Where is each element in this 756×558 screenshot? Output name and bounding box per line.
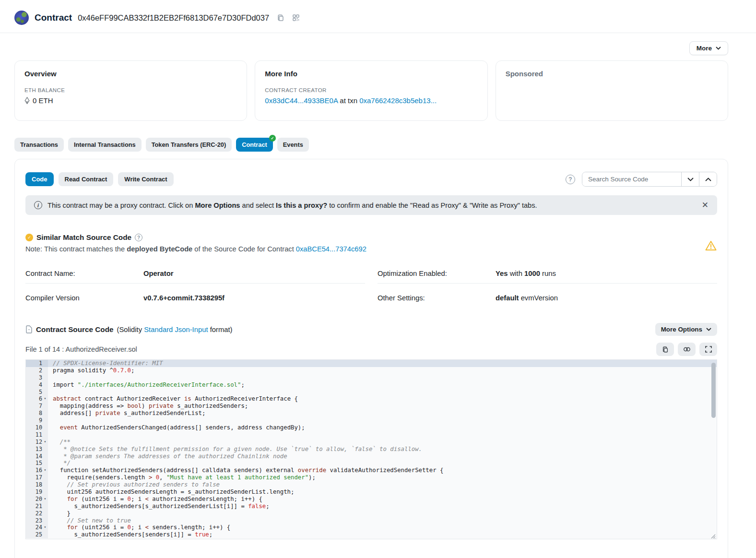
line-number: 8 xyxy=(26,410,42,417)
metadata-row: Optimization Enabled: Yes with 1000 runs xyxy=(378,264,717,284)
eth-balance-value: 0 ETH xyxy=(33,96,53,105)
qr-grid-icon[interactable] xyxy=(292,14,300,22)
more-button[interactable]: More xyxy=(689,41,728,55)
chevron-up-icon xyxy=(705,178,711,181)
line-number: 7 xyxy=(26,403,42,410)
contract-metadata: Contract Name: Operator Compiler Version… xyxy=(25,264,717,308)
line-number: 17 xyxy=(26,474,42,481)
line-number: 20 xyxy=(26,496,42,503)
code-line: 14 * @param senders The addresses of the… xyxy=(26,453,717,460)
code-line: 13 * @notice Sets the fulfillment permis… xyxy=(26,446,717,453)
similar-match-note: Note: This contract matches the deployed… xyxy=(25,245,717,253)
code-line: 6▾abstract contract AuthorizedReceiver i… xyxy=(26,395,717,403)
similar-match-section: ✓ Similar Match Source Code ? Note: This… xyxy=(25,233,717,253)
main-tabs: Transactions Internal Transactions Token… xyxy=(14,138,728,152)
fold-arrow-icon[interactable]: ▾ xyxy=(42,395,48,403)
link[interactable]: 0xa7662428c3b5eb13... xyxy=(359,96,437,105)
code-line: 8 address[] private s_authorizedSenderLi… xyxy=(26,410,717,417)
line-number: 24 xyxy=(26,524,42,531)
code-lines: 1// SPDX-License-Identifier: MIT2pragma … xyxy=(26,360,717,538)
code-line: 18 // Set previous authorized senders to… xyxy=(26,481,717,488)
chevron-down-icon xyxy=(687,178,694,181)
line-number: 10 xyxy=(26,424,42,431)
line-number: 9 xyxy=(26,417,42,424)
file-info-row: File 1 of 14 : AuthorizedReceiver.sol xyxy=(25,343,717,356)
line-number: 1 xyxy=(26,360,42,367)
other-settings-value: default evmVersion xyxy=(496,294,558,302)
code-line: 1// SPDX-License-Identifier: MIT xyxy=(26,360,717,367)
search-source-input[interactable] xyxy=(582,172,681,186)
line-number: 14 xyxy=(26,453,42,460)
metadata-row: Contract Name: Operator xyxy=(25,264,365,284)
code-line: 2pragma solidity ^0.7.0; xyxy=(26,367,717,374)
contract-creator-label: CONTRACT CREATOR xyxy=(265,87,477,93)
resize-handle[interactable] xyxy=(709,532,716,538)
metadata-row: Other Settings: default evmVersion xyxy=(378,289,717,308)
overview-title: Overview xyxy=(24,70,237,78)
source-code-title: Contract Source Code xyxy=(36,325,114,334)
code-line: 22 } xyxy=(26,510,717,517)
similar-match-title: Similar Match Source Code xyxy=(36,233,131,242)
line-number: 16 xyxy=(26,467,42,474)
help-icon[interactable]: ? xyxy=(566,175,575,184)
info-icon: i xyxy=(34,201,42,209)
sponsored-card: Sponsored xyxy=(496,60,728,121)
copy-address-icon[interactable] xyxy=(277,14,284,22)
warning-triangle-icon[interactable] xyxy=(705,240,717,253)
code-line: 15 */ xyxy=(26,460,717,467)
tab-token-transfers[interactable]: Token Transfers (ERC-20) xyxy=(146,138,232,152)
code-line: 12▾ /** xyxy=(26,439,717,446)
tab-internal-transactions[interactable]: Internal Transactions xyxy=(68,138,142,152)
contract-creator-value: 0x83dC44...4933BE0A at txn 0xa7662428c3b… xyxy=(265,96,477,105)
fold-arrow-icon[interactable]: ▾ xyxy=(42,467,48,474)
copy-source-button[interactable] xyxy=(656,343,674,356)
file-icon xyxy=(25,325,33,333)
more-options-button[interactable]: More Options xyxy=(655,323,717,336)
tab-contract[interactable]: Contract ✓ xyxy=(236,138,273,152)
code-line: 4import "./interfaces/AuthorizedReceiver… xyxy=(26,381,717,389)
contract-avatar xyxy=(14,11,29,25)
more-options-label: More Options xyxy=(661,326,702,333)
chevron-down-icon xyxy=(706,328,711,331)
code-line: 7 mapping(address => bool) private s_aut… xyxy=(26,403,717,410)
fullscreen-button[interactable] xyxy=(699,343,717,356)
close-icon[interactable]: ✕ xyxy=(702,201,709,209)
code-line: 11 xyxy=(26,431,717,439)
fold-arrow-icon[interactable]: ▾ xyxy=(42,439,48,446)
fold-arrow-icon[interactable]: ▾ xyxy=(42,496,48,503)
code-line: 19 uint256 authorizedSendersLength = s_a… xyxy=(26,488,717,496)
header-divider xyxy=(0,33,756,33)
line-number: 23 xyxy=(26,517,42,524)
line-number: 15 xyxy=(26,460,42,467)
code-editor[interactable]: 1// SPDX-License-Identifier: MIT2pragma … xyxy=(25,359,717,539)
line-number: 19 xyxy=(26,488,42,496)
tab-events[interactable]: Events xyxy=(277,138,309,152)
sponsored-title: Sponsored xyxy=(506,70,718,78)
link[interactable]: Standard Json-Input xyxy=(144,326,208,333)
code-line: 25 s_authorizedSenders[senders[i]] = tru… xyxy=(26,531,717,538)
subtab-code[interactable]: Code xyxy=(25,172,54,186)
link[interactable]: 0xaBCE54...7374c692 xyxy=(296,245,366,253)
permalink-button[interactable] xyxy=(678,343,696,356)
copy-icon xyxy=(662,346,669,353)
code-line: 9 xyxy=(26,417,717,424)
code-line: 17 require(senders.length > 0, "Must hav… xyxy=(26,474,717,481)
source-code-header: Contract Source Code (Solidity Standard … xyxy=(25,323,717,336)
subtab-read-contract[interactable]: Read Contract xyxy=(59,172,114,186)
subtab-write-contract[interactable]: Write Contract xyxy=(118,172,173,186)
link[interactable]: 0x83dC44...4933BE0A xyxy=(265,96,338,105)
fold-arrow-icon[interactable]: ▾ xyxy=(42,524,48,531)
code-scrollbar[interactable] xyxy=(711,363,716,418)
line-number: 25 xyxy=(26,531,42,538)
tab-transactions[interactable]: Transactions xyxy=(14,138,64,152)
similar-match-help-icon[interactable]: ? xyxy=(135,234,142,241)
code-line: 23 // Set new to true xyxy=(26,517,717,524)
line-number: 5 xyxy=(26,389,42,396)
line-number: 2 xyxy=(26,367,42,374)
page-header: Contract 0x46eFF99CAB332f1B2EB2Ff6813D67… xyxy=(0,0,756,33)
line-number: 22 xyxy=(26,510,42,517)
contract-panel: Code Read Contract Write Contract ? i Th… xyxy=(14,159,728,558)
search-next-button[interactable] xyxy=(681,172,699,186)
collapse-section-button[interactable] xyxy=(699,172,717,186)
more-button-label: More xyxy=(697,45,712,52)
